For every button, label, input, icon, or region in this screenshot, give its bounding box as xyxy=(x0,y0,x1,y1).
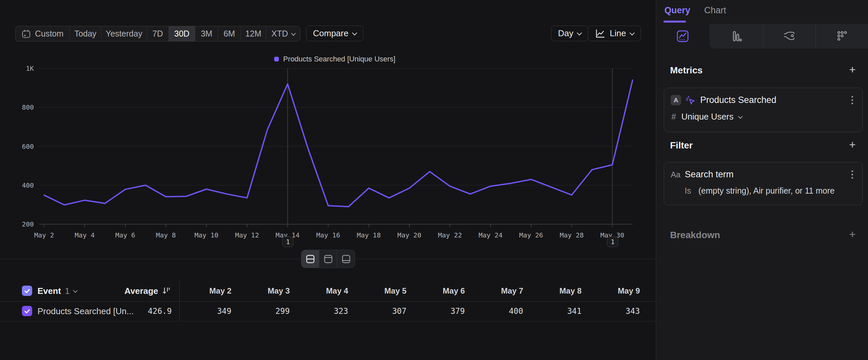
x-tick-label: May 2 xyxy=(34,231,54,239)
series-line[interactable] xyxy=(44,80,632,206)
x-tick-label: May 18 xyxy=(357,231,381,239)
tab-flows[interactable] xyxy=(763,24,816,49)
add-metric-button[interactable]: + xyxy=(847,64,858,75)
annotation-badge[interactable]: 1 xyxy=(282,237,293,247)
x-tick-label: May 28 xyxy=(560,231,584,239)
checkbox-check-icon xyxy=(24,287,31,295)
sort-desc-icon[interactable] xyxy=(162,286,171,295)
table-column-divider xyxy=(179,281,180,321)
add-filter-button[interactable]: + xyxy=(847,139,858,150)
insights-icon xyxy=(676,29,690,43)
chart-type-strip xyxy=(656,24,868,49)
table-cell: 343 xyxy=(586,301,645,321)
layout-bottom-button[interactable] xyxy=(337,250,355,268)
table-cell: 349 xyxy=(178,301,236,321)
tab-insights[interactable] xyxy=(656,24,709,49)
filter-property-name[interactable]: Search term xyxy=(685,169,734,180)
analytics-app: Custom Today Yesterday 7D 30D 3M 6M 12M … xyxy=(0,0,868,360)
metric-card[interactable]: A Products Searched # Unique Users xyxy=(664,88,863,132)
retention-icon xyxy=(835,29,849,43)
y-tick-label: 1K xyxy=(26,64,34,73)
kebab-icon[interactable] xyxy=(850,169,855,180)
layout-split-button[interactable] xyxy=(301,250,319,268)
breakdown-heading: Breakdown xyxy=(670,230,720,241)
table-row[interactable]: Products Searched [Un... 426.9 349299323… xyxy=(0,301,656,322)
x-tick-label: May 8 xyxy=(156,231,176,239)
event-cursor-icon xyxy=(685,95,696,106)
table-column-header[interactable]: May 4 xyxy=(294,281,353,301)
panel-tabs: Query Chart xyxy=(664,5,726,16)
tab-funnels-bar[interactable] xyxy=(710,24,763,49)
x-tick-label: May 12 xyxy=(235,231,259,239)
table-cell: 307 xyxy=(353,301,411,321)
tab-chart[interactable]: Chart xyxy=(704,5,726,16)
average-header[interactable]: Average xyxy=(99,281,171,301)
tab-retention[interactable] xyxy=(816,24,868,49)
table-cell: 341 xyxy=(528,301,586,321)
event-selector[interactable]: Event 1 xyxy=(37,281,77,301)
metric-letter-badge: A xyxy=(671,95,681,105)
line-chart-svg: 2004006008001KMay 2May 4May 6May 8May 10… xyxy=(0,0,656,259)
footer-bottom-icon xyxy=(341,254,351,264)
table-cell: 299 xyxy=(236,301,294,321)
split-horizontal-icon xyxy=(306,254,315,264)
date-column-headers: May 2May 3May 4May 5May 6May 7May 8May 9 xyxy=(178,281,645,301)
header-top-icon xyxy=(323,254,333,264)
layout-switcher xyxy=(301,250,355,268)
y-tick-label: 400 xyxy=(22,181,34,189)
tab-query[interactable]: Query xyxy=(664,5,690,16)
filter-heading: Filter xyxy=(670,140,692,151)
date-column-values: 349299323307379400341343 xyxy=(178,301,645,321)
y-tick-label: 200 xyxy=(22,220,34,228)
event-checkbox[interactable] xyxy=(22,286,32,296)
kebab-icon[interactable] xyxy=(850,95,855,106)
layout-top-button[interactable] xyxy=(319,250,337,268)
add-breakdown-button[interactable]: + xyxy=(847,228,858,240)
table-column-header[interactable]: May 2 xyxy=(178,281,236,301)
x-tick-label: May 26 xyxy=(519,231,543,239)
checkbox-check-icon xyxy=(24,307,31,315)
y-tick-label: 800 xyxy=(22,103,34,111)
table-header-row: Event 1 Average May 2May 3May 4May 5May … xyxy=(0,281,656,302)
chevron-down-icon xyxy=(738,114,743,118)
table-cell: 323 xyxy=(294,301,353,321)
table-cell: 400 xyxy=(469,301,528,321)
filter-value[interactable]: (empty string), Air purifier, or 11 more xyxy=(698,186,835,196)
filter-operator[interactable]: Is xyxy=(685,186,691,196)
x-tick-label: May 22 xyxy=(438,231,462,239)
x-tick-label: May 4 xyxy=(74,231,94,239)
x-tick-label: May 24 xyxy=(478,231,502,239)
row-checkbox[interactable] xyxy=(22,306,32,316)
table-column-header[interactable]: May 3 xyxy=(236,281,294,301)
table-column-header[interactable]: May 9 xyxy=(586,281,645,301)
row-average-value: 426.9 xyxy=(99,301,172,321)
table-column-header[interactable]: May 8 xyxy=(528,281,586,301)
table-column-header[interactable]: May 6 xyxy=(411,281,469,301)
table-column-header[interactable]: May 7 xyxy=(469,281,528,301)
x-tick-label: May 6 xyxy=(115,231,135,239)
x-tick-label: May 10 xyxy=(195,231,218,239)
line-chart[interactable]: 2004006008001KMay 2May 4May 6May 8May 10… xyxy=(0,0,656,259)
x-tick-label: May 20 xyxy=(398,231,422,239)
annotation-badge[interactable]: 1 xyxy=(607,237,618,247)
active-tab-underline xyxy=(663,21,686,23)
table-cell: 379 xyxy=(411,301,469,321)
y-tick-label: 600 xyxy=(22,142,34,150)
filter-card[interactable]: Aa Search term Is (empty string), Air pu… xyxy=(664,162,863,205)
metric-name[interactable]: Products Searched xyxy=(700,95,776,105)
table-column-header[interactable]: May 5 xyxy=(353,281,411,301)
text-type-icon: Aa xyxy=(671,170,680,179)
chevron-down-icon xyxy=(73,288,78,293)
query-panel: Query Chart xyxy=(656,0,868,360)
flows-icon xyxy=(782,29,796,43)
x-tick-label: May 16 xyxy=(316,231,340,239)
bar-chart-icon xyxy=(730,30,743,43)
aggregation-selector[interactable]: Unique Users xyxy=(681,112,734,122)
aggregation-symbol: # xyxy=(672,112,676,121)
metrics-heading: Metrics xyxy=(670,65,703,76)
